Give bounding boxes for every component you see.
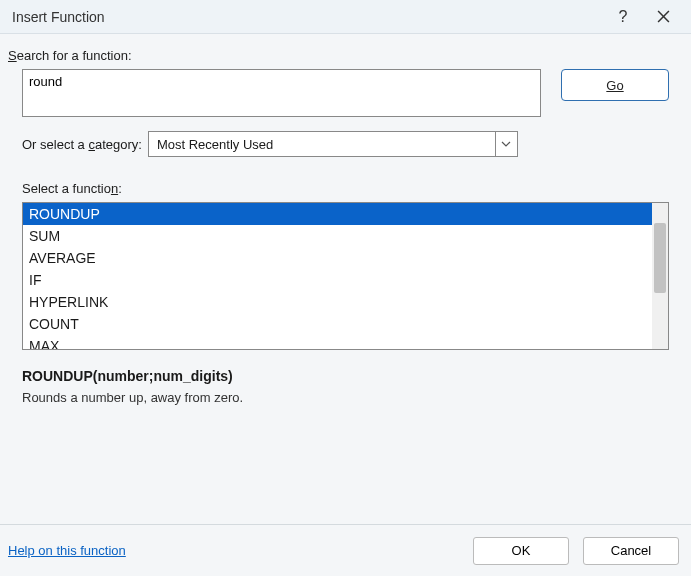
- window-title: Insert Function: [12, 9, 603, 25]
- search-input[interactable]: [22, 69, 541, 117]
- list-item[interactable]: SUM: [23, 225, 652, 247]
- list-item[interactable]: COUNT: [23, 313, 652, 335]
- function-items: ROUNDUPSUMAVERAGEIFHYPERLINKCOUNTMAX: [23, 203, 652, 349]
- dialog-content: Search for a function: Go Or select a ca…: [0, 34, 691, 405]
- function-description: ROUNDUP(number;num_digits) Rounds a numb…: [22, 368, 669, 405]
- help-link[interactable]: Help on this function: [8, 543, 126, 558]
- search-label: Search for a function:: [8, 48, 669, 63]
- list-item[interactable]: ROUNDUP: [23, 203, 652, 225]
- scrollbar[interactable]: [652, 203, 668, 349]
- function-listbox[interactable]: ROUNDUPSUMAVERAGEIFHYPERLINKCOUNTMAX: [22, 202, 669, 350]
- scrollbar-track[interactable]: [652, 203, 668, 349]
- list-item[interactable]: AVERAGE: [23, 247, 652, 269]
- list-item[interactable]: IF: [23, 269, 652, 291]
- help-icon[interactable]: ?: [603, 2, 643, 32]
- titlebar: Insert Function ?: [0, 0, 691, 34]
- category-select[interactable]: Most Recently Used: [148, 131, 518, 157]
- close-icon[interactable]: [643, 2, 683, 32]
- category-selected: Most Recently Used: [149, 137, 495, 152]
- list-item[interactable]: MAX: [23, 335, 652, 350]
- scrollbar-thumb[interactable]: [654, 223, 666, 293]
- category-label: Or select a category:: [22, 137, 142, 152]
- function-signature: ROUNDUP(number;num_digits): [22, 368, 669, 384]
- ok-button[interactable]: OK: [473, 537, 569, 565]
- cancel-button[interactable]: Cancel: [583, 537, 679, 565]
- chevron-down-icon[interactable]: [495, 132, 517, 156]
- list-item[interactable]: HYPERLINK: [23, 291, 652, 313]
- function-description-text: Rounds a number up, away from zero.: [22, 390, 669, 405]
- go-button[interactable]: Go: [561, 69, 669, 101]
- select-function-label: Select a function:: [22, 181, 669, 196]
- dialog-footer: Help on this function OK Cancel: [0, 524, 691, 576]
